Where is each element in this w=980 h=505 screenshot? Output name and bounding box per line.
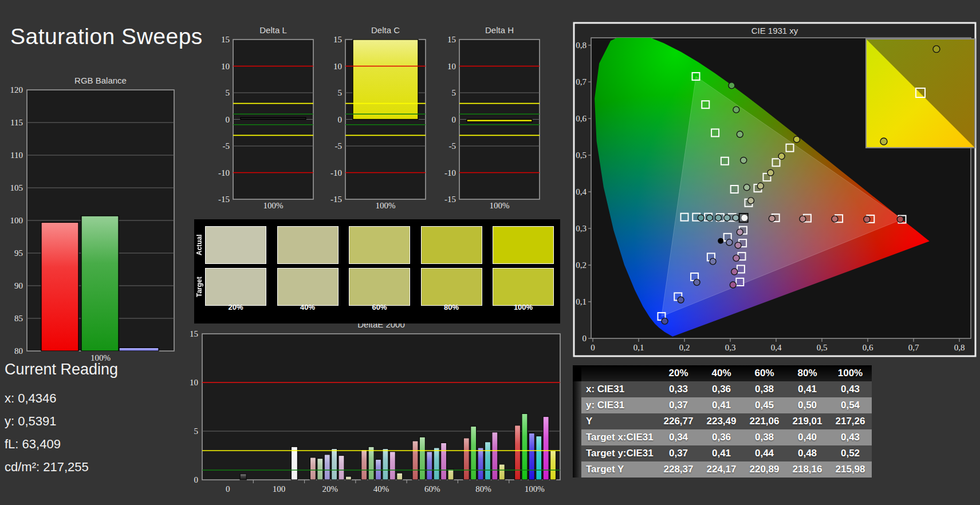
swatch-row-label-target: Target: [195, 268, 204, 306]
saturation-data-table: 20%40%60%80%100%x: CIE310,330,360,380,41…: [573, 365, 872, 478]
table-cell: 0,45: [743, 397, 786, 413]
cie-measured-magenta-40: [735, 242, 741, 248]
delta-c-chart: 151050-5-10-15Delta C100%: [330, 25, 426, 210]
deltae-x-tick-label: 80%: [475, 484, 491, 494]
deltae-bar-magenta-20%: [339, 456, 344, 480]
table-cell: 0,41: [786, 381, 829, 397]
delta-h-chart-x-label: 100%: [490, 201, 510, 210]
delta-l-chart-bar: [241, 117, 306, 119]
cie-y-tick-label: 0,7: [576, 77, 587, 86]
cie-measured-green-80: [733, 106, 739, 113]
delta-l-chart-x-label: 100%: [263, 201, 284, 210]
cie-measured-white: [741, 214, 748, 221]
table-cell: 0,44: [743, 445, 786, 461]
delta-h-chart-y-tick-label: 5: [452, 88, 456, 97]
rgb-y-tick-label: 85: [14, 314, 23, 323]
table-cell: 218,16: [786, 461, 829, 478]
current-reading-title: Current Reading: [5, 361, 118, 378]
table-cell: 0,52: [829, 445, 872, 461]
deltae-bar-red-40%: [361, 449, 367, 480]
cie-y-tick-label: 0,5: [576, 151, 587, 160]
deltae-y-tick-label: 15: [190, 329, 198, 338]
table-cell: 217,26: [829, 413, 872, 429]
deltae-bar-blue-20%: [324, 455, 330, 480]
cie-y-tick-label: 0: [583, 334, 587, 343]
deltae-bar-red-80%: [463, 438, 469, 480]
cie-x-tick-label: 0,4: [771, 343, 782, 352]
swatch-row-label-actual: Actual: [195, 226, 204, 264]
delta-l-chart-title: Delta L: [259, 25, 287, 35]
swatch-actual-60%: [349, 226, 410, 264]
delta-h-chart-y-tick-label: -5: [449, 141, 456, 151]
table-cell: 0,38: [743, 381, 786, 397]
cie-y-tick-label: 0,8: [576, 41, 587, 50]
rgb-bar-red: [41, 222, 78, 351]
swatch-comparison-panel: ActualTarget20%40%60%80%100%: [194, 219, 560, 323]
cie-y-tick-label: 0,3: [576, 224, 587, 233]
table-cell: 0,54: [829, 397, 872, 413]
delta-h-chart-y-tick-label: 10: [447, 62, 456, 71]
table-cell: 224,17: [700, 461, 743, 478]
delta-c-chart-bar: [353, 40, 418, 120]
rgb-y-tick-label: 115: [10, 118, 23, 127]
table-cell: 219,01: [786, 413, 829, 429]
table-column-header: 20%: [657, 365, 700, 381]
delta-l-chart-y-tick-label: 10: [221, 62, 230, 71]
cie-x-tick-label: 0,6: [863, 343, 873, 352]
table-row-label: Target x:CIE31: [581, 429, 657, 445]
delta-c-chart-x-label: 100%: [376, 201, 396, 210]
rgb-y-tick-label: 80: [14, 346, 23, 356]
cie-inset-zoom: [866, 39, 975, 148]
cie-x-tick-label: 0,2: [679, 343, 690, 352]
delta-c-chart-y-tick-label: -15: [330, 195, 342, 204]
deltae-bar-white: [291, 447, 297, 480]
saturation-sweeps-page: { "page": {"title": "Saturation Sweeps",…: [0, 0, 980, 505]
deltae-y-tick-label: 5: [194, 427, 199, 436]
table-cell: 0,34: [657, 429, 700, 445]
table-column-header: 60%: [743, 365, 786, 381]
cie-measured-green-100: [729, 82, 735, 89]
delta-l-chart-y-tick-label: -10: [218, 168, 230, 177]
table-row-stub: [573, 381, 581, 397]
deltae-bar-magenta-40%: [389, 452, 395, 480]
table-row-stub: [573, 445, 581, 461]
swatch-actual-100%: [493, 226, 554, 264]
deltae-y-tick-label: 0: [194, 475, 199, 484]
cie-measured-cyan-60: [715, 215, 722, 221]
table-column-header: 40%: [700, 365, 743, 381]
table-cell: 0,40: [786, 429, 829, 445]
cie-y-tick-label: 0,6: [576, 114, 587, 123]
deltae-bar-cyan-40%: [383, 449, 388, 480]
cie-measured-green-20: [743, 184, 750, 191]
deltae-bar-yellow-20%: [345, 476, 351, 480]
delta-l-chart-y-tick-label: -15: [218, 195, 230, 204]
deltae-bar-blue-60%: [427, 452, 432, 480]
cie-measured-magenta-60: [733, 255, 739, 261]
delta-c-chart-y-tick-label: 10: [333, 62, 342, 71]
delta-h-chart-title: Delta H: [485, 25, 514, 35]
table-row-label: Target Y: [581, 461, 657, 478]
deltae-bar-black: [240, 474, 246, 480]
deltae-x-tick-label: 100: [273, 484, 286, 494]
deltae-bar-green-80%: [471, 427, 477, 480]
swatch-target-80%: [421, 268, 482, 306]
table-row-stub: [573, 397, 581, 413]
cie-measured-yellow-20: [748, 198, 754, 204]
rgb-y-tick-label: 90: [14, 281, 23, 290]
cie-measured-red-100: [897, 216, 903, 223]
swatch-actual-40%: [277, 226, 339, 264]
table-row-stub: [573, 429, 581, 445]
table-cell: 0,37: [657, 445, 700, 461]
table-cell: 0,41: [700, 397, 743, 413]
cie-measured-magenta-20: [737, 229, 743, 235]
swatch-col-label: 60%: [349, 303, 410, 311]
cie-measured-cyan-100: [698, 215, 704, 221]
cie-current-point: [718, 238, 723, 244]
deltae-x-tick-label: 100%: [525, 484, 545, 494]
deltae-bar-cyan-20%: [332, 449, 337, 480]
table-cell: 0,33: [657, 381, 700, 397]
deltae-bar-green-60%: [419, 437, 425, 480]
swatch-col-label: 100%: [493, 303, 554, 311]
swatch-target-60%: [349, 268, 410, 306]
cie-x-tick-label: 0,1: [633, 343, 644, 352]
